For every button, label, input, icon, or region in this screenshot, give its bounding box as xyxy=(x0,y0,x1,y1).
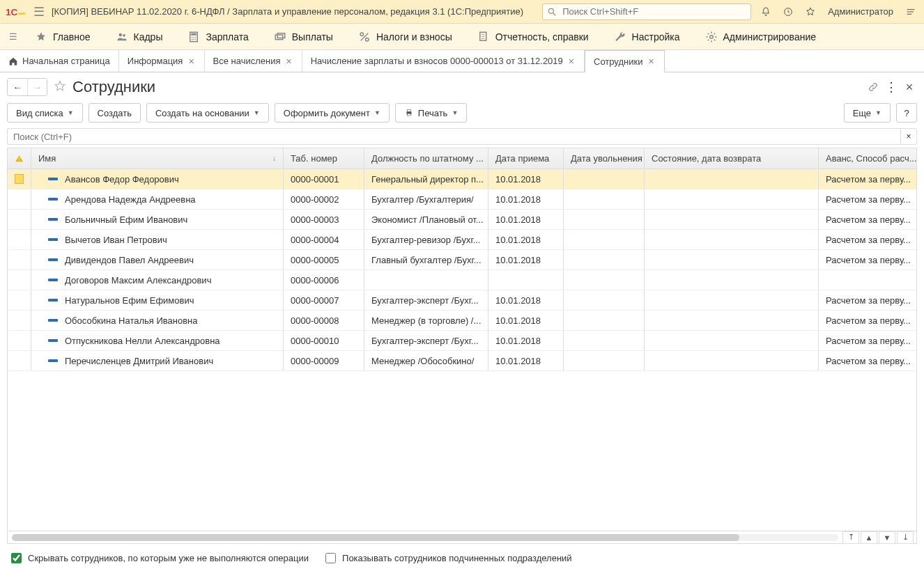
tab-close-icon[interactable]: × xyxy=(285,56,293,67)
tab-label: Все начисления xyxy=(213,56,281,66)
table-search-clear[interactable]: × xyxy=(900,128,917,145)
column-fire-date[interactable]: Дата увольнения xyxy=(564,148,645,169)
notifications-icon[interactable] xyxy=(758,4,773,19)
menu-item-2[interactable]: Зарплата xyxy=(175,26,261,47)
page-content: ← → Сотрудники ⋮ × Вид списка▼ Создать С… xyxy=(0,72,924,571)
make-document-button[interactable]: Оформить документ▼ xyxy=(275,103,390,123)
global-search-input[interactable] xyxy=(561,6,746,17)
cell-fire-date xyxy=(564,189,645,209)
cell-hire-date xyxy=(488,270,564,290)
favorites-icon[interactable] xyxy=(803,4,818,19)
table-row[interactable]: Обособкина Наталья Ивановна0000-00008Мен… xyxy=(8,311,916,331)
horizontal-scrollbar[interactable] xyxy=(12,534,838,541)
cell-fire-date xyxy=(564,290,645,310)
pager-first-button[interactable]: ⤒ xyxy=(842,531,859,544)
menu-item-6[interactable]: Настройка xyxy=(601,26,693,47)
wrench-icon xyxy=(614,31,626,43)
help-button[interactable]: ? xyxy=(896,103,917,123)
cell-tab-number: 0000-00010 xyxy=(284,331,364,350)
hide-inactive-checkbox[interactable]: Скрывать сотрудников, по которым уже не … xyxy=(8,551,309,565)
menu-item-5[interactable]: Отчетность, справки xyxy=(465,26,601,47)
cell-position xyxy=(364,270,488,290)
column-position[interactable]: Должность по штатному ... xyxy=(364,148,488,169)
show-subordinate-checkbox[interactable]: Показывать сотрудников подчиненных подра… xyxy=(323,551,572,565)
svg-rect-29 xyxy=(407,109,410,111)
cell-tab-number: 0000-00002 xyxy=(284,189,364,209)
svg-rect-31 xyxy=(19,157,20,159)
tab-close-icon[interactable]: × xyxy=(187,56,195,67)
cell-state xyxy=(645,250,819,269)
user-label[interactable]: Администратор xyxy=(828,6,893,17)
nav-forward-button[interactable]: → xyxy=(27,79,47,95)
cell-position: Бухгалтер-эксперт /Бухг... xyxy=(364,290,488,310)
tab-4[interactable]: Сотрудники× xyxy=(585,50,665,72)
report-icon xyxy=(477,31,490,43)
svg-point-8 xyxy=(118,33,122,36)
hide-inactive-checkbox-input[interactable] xyxy=(11,553,22,563)
table-row[interactable]: Перечисленцев Дмитрий Иванович0000-00009… xyxy=(8,351,916,371)
table-row[interactable]: Отпускникова Нелли Александровна0000-000… xyxy=(8,331,916,351)
column-tab-number[interactable]: Таб. номер xyxy=(284,148,364,169)
menu-item-4[interactable]: Налоги и взносы xyxy=(346,26,465,47)
tab-close-icon[interactable]: × xyxy=(567,56,576,67)
table-search-input[interactable] xyxy=(7,128,900,145)
show-subordinate-checkbox-input[interactable] xyxy=(325,553,336,563)
column-advance[interactable]: Аванс, Способ расч... xyxy=(819,148,916,169)
table-row[interactable]: Дивидендов Павел Андреевич0000-00005Глав… xyxy=(8,250,916,270)
cell-name: Вычетов Иван Петрович xyxy=(31,230,284,249)
sections-menu-icon[interactable]: ☰ xyxy=(6,31,21,42)
tab-0[interactable]: Начальная страница xyxy=(0,50,119,72)
window-menu-icon[interactable] xyxy=(903,4,918,19)
tab-2[interactable]: Все начисления× xyxy=(205,50,302,72)
window-title: [КОПИЯ] ВЕБИНАР 11.02.2020 г. 6-НДФЛ / З… xyxy=(52,6,523,17)
create-button[interactable]: Создать xyxy=(88,103,141,123)
nav-back-button[interactable]: ← xyxy=(8,79,27,95)
global-search[interactable] xyxy=(542,3,751,20)
app-menu-icon[interactable]: ☰ xyxy=(33,4,45,19)
table-row[interactable]: Больничный Ефим Иванович0000-00003Эконом… xyxy=(8,210,916,230)
menu-item-0[interactable]: Главное xyxy=(22,26,103,47)
tab-1[interactable]: Информация× xyxy=(119,50,205,72)
cell-state xyxy=(645,351,819,370)
menu-item-7[interactable]: Администрирование xyxy=(693,26,829,47)
cell-hire-date: 10.01.2018 xyxy=(488,210,564,229)
table-row[interactable]: Арендова Надежда Андреевна0000-00002Бухг… xyxy=(8,189,916,210)
cell-state xyxy=(645,290,819,310)
tab-3[interactable]: Начисление зарплаты и взносов 0000-00001… xyxy=(302,50,585,72)
cell-selection xyxy=(8,210,31,229)
pager-last-button[interactable]: ⤓ xyxy=(897,531,914,544)
cell-advance: Расчетом за перву... xyxy=(819,311,916,330)
table-row[interactable]: Авансов Федор Федорович0000-00001Генерал… xyxy=(8,169,916,189)
cell-position: Главный бухгалтер /Бухг... xyxy=(364,250,488,269)
view-mode-button[interactable]: Вид списка▼ xyxy=(7,103,83,123)
column-hire-date[interactable]: Дата приема xyxy=(488,148,564,169)
pager-up-button[interactable]: ▲ xyxy=(861,531,877,544)
cell-tab-number: 0000-00005 xyxy=(284,250,364,269)
table-row[interactable]: Вычетов Иван Петрович0000-00004Бухгалтер… xyxy=(8,230,916,250)
column-name[interactable]: Имя↓ xyxy=(31,148,284,169)
more-actions-icon[interactable]: ⋮ xyxy=(885,81,898,93)
menu-item-3[interactable]: Выплаты xyxy=(261,26,346,47)
print-button[interactable]: Печать▼ xyxy=(395,103,468,123)
cell-tab-number: 0000-00004 xyxy=(284,230,364,249)
column-state[interactable]: Состояние, дата возврата xyxy=(645,148,819,169)
table-row[interactable]: Натуральнов Ефим Ефимович0000-00007Бухга… xyxy=(8,290,916,311)
menu-item-1[interactable]: Кадры xyxy=(103,26,176,47)
svg-line-3 xyxy=(553,13,556,15)
favorite-toggle[interactable] xyxy=(53,79,67,95)
close-page-button[interactable]: × xyxy=(902,79,917,95)
tab-close-icon[interactable]: × xyxy=(647,56,655,67)
link-icon[interactable] xyxy=(865,79,881,95)
pager-down-button[interactable]: ▼ xyxy=(879,531,895,544)
more-button[interactable]: Еще▼ xyxy=(844,103,891,123)
column-warning[interactable] xyxy=(8,148,31,169)
svg-point-9 xyxy=(123,33,125,36)
cell-name: Арендова Надежда Андреевна xyxy=(31,189,284,209)
table-body[interactable]: Авансов Федор Федорович0000-00001Генерал… xyxy=(8,169,916,531)
history-icon[interactable] xyxy=(780,4,796,19)
record-icon xyxy=(48,319,58,322)
calc-icon xyxy=(187,31,200,43)
titlebar: 1С ☰ [КОПИЯ] ВЕБИНАР 11.02.2020 г. 6-НДФ… xyxy=(0,0,924,24)
table-row[interactable]: Договоров Максим Александрович0000-00006 xyxy=(8,270,916,290)
create-based-button[interactable]: Создать на основании▼ xyxy=(146,103,269,123)
